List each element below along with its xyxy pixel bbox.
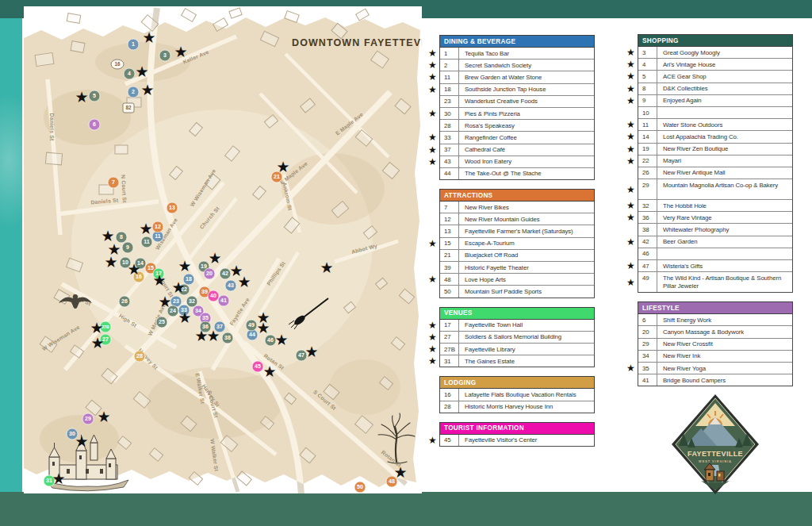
- legend-table-body: 6Shift Energy Work20Canyon Massage & Bod…: [638, 314, 793, 386]
- legend-row-number: 44: [440, 168, 459, 179]
- legend-row-name: New River Yoga: [657, 363, 792, 374]
- legend-row: ★14Lost Appalachia Trading Co.: [638, 130, 792, 142]
- svg-text:15: 15: [147, 265, 154, 271]
- star-icon: ★: [428, 83, 437, 94]
- legend-row-name: Canyon Massage & Bodywork: [657, 326, 792, 337]
- badge-subtitle: WEST VIRGINIA: [699, 460, 732, 463]
- legend-row: ★15Escape-A-Tourium: [440, 237, 594, 249]
- legend-row-name: Water Stone Outdoors: [657, 119, 792, 130]
- legend-row-number: 39: [440, 262, 459, 273]
- map-star-icon: ★: [171, 278, 185, 296]
- legend-row: 38Whitewater Photography: [638, 223, 792, 235]
- svg-text:2: 2: [132, 89, 135, 94]
- legend-column-left: DINING & BEVERAGE★1Tequila Taco Bar★2Sec…: [428, 35, 596, 455]
- legend-row: 7New River Bikes: [440, 202, 594, 213]
- legend-row: ★31The Gaines Estate: [440, 355, 594, 367]
- star-icon: ★: [626, 260, 635, 271]
- map-marker-32-shopping: 32: [186, 296, 197, 307]
- legend-row: ★29Mountain Magnolia Artisan Co-op & Bak…: [638, 179, 792, 199]
- legend-row: 44The Take-Out @ The Stache: [440, 167, 594, 179]
- legend-row-name: Pies & Pints Pizzeria: [459, 108, 594, 119]
- map-marker-28-lodging: 28: [134, 351, 145, 362]
- legend-row-name: Wisteria's Gifts: [657, 260, 792, 271]
- legend-row-name: Very Rare Vintage: [657, 212, 792, 223]
- legend-row-number: 43: [440, 156, 459, 167]
- route-shield-82: 82: [123, 103, 134, 113]
- legend-row-number: 31: [440, 355, 459, 367]
- legend-table-title: VENUES: [439, 307, 595, 320]
- svg-text:16: 16: [114, 61, 121, 67]
- legend-row-name: Whitewater Photography: [657, 224, 792, 235]
- legend-row-number: 14: [638, 131, 657, 142]
- star-icon: ★: [428, 355, 437, 367]
- map-marker-29-lifestyle: 29: [82, 413, 94, 424]
- map-marker-26-shopping: 26: [119, 296, 130, 307]
- legend-row-name: Wanderlust Creative Foods: [459, 96, 594, 107]
- legend-row-number: 34: [638, 351, 657, 362]
- svg-text:4: 4: [128, 71, 131, 76]
- star-icon: ★: [428, 60, 437, 71]
- map-title: DOWNTOWN FAYETTEVILLE: [292, 37, 422, 48]
- legend-table-body: ★3Great Googly Moogly★4Ari's Vintage Hou…: [638, 47, 793, 293]
- map-marker-2-dining: 2: [128, 86, 139, 98]
- star-icon: ★: [626, 119, 635, 130]
- legend-row: ★48Love Hope Arts: [440, 273, 594, 285]
- legend-row-number: 12: [440, 213, 459, 225]
- map-marker-6-lifestyle: 6: [89, 119, 100, 130]
- legend-table-body: 7New River Bikes12New River Mountain Gui…: [439, 202, 595, 298]
- legend-row-name: New River Mountain Guides: [459, 213, 594, 225]
- legend-row: ★45Fayetteville Visitor's Center: [440, 435, 594, 446]
- legend-table-venues: VENUES★17Fayetteville Town Hall★27Soldie…: [439, 307, 595, 368]
- legend-row-number: 7: [440, 202, 459, 213]
- legend-row: 23Wanderlust Creative Foods: [440, 95, 594, 107]
- star-icon: ★: [626, 276, 635, 287]
- building-outline: [67, 13, 80, 24]
- legend-row: ★8D&K Collectibles: [638, 83, 792, 94]
- svg-text:47: 47: [298, 352, 304, 358]
- svg-text:3: 3: [163, 52, 167, 58]
- svg-text:32: 32: [189, 298, 195, 304]
- svg-text:7: 7: [112, 179, 115, 185]
- legend-row: 28Historic Morris Harvey House Inn: [440, 401, 594, 413]
- map-star-icon: ★: [75, 88, 88, 106]
- legend-row: 46: [638, 248, 792, 259]
- legend-row-number: 6: [638, 314, 657, 325]
- legend-row: ★49The Wild Kind - Artisan Boutique & So…: [638, 271, 792, 292]
- legend-row-number: 18: [440, 84, 459, 95]
- star-icon: ★: [626, 236, 635, 247]
- legend-row-name: The Take-Out @ The Stache: [459, 168, 594, 179]
- map-marker-9-shopping: 9: [122, 242, 133, 253]
- map-star-icon: ★: [262, 363, 276, 380]
- legend-row-name: [657, 248, 792, 259]
- legend-row-number: 17: [440, 320, 459, 331]
- map-marker-3-shopping: 3: [159, 50, 170, 61]
- legend-row: ★11Water Stone Outdoors: [638, 118, 792, 130]
- svg-text:28: 28: [136, 353, 143, 359]
- frame-left-band: [0, 18, 22, 492]
- legend-table-title: TOURIST INFORMATION: [439, 422, 595, 435]
- legend-row-name: ACE Gear Shop: [657, 71, 792, 82]
- svg-text:11: 11: [155, 233, 161, 239]
- building-outline: [71, 41, 85, 53]
- legend-row-number: 35: [638, 363, 657, 374]
- map-star-icon: ★: [158, 293, 171, 310]
- map-star-icon: ★: [274, 331, 288, 348]
- svg-text:46: 46: [267, 337, 274, 343]
- svg-text:23: 23: [173, 298, 179, 304]
- fayetteville-badge: FAYETTEVILLE WEST VIRGINIA: [671, 394, 760, 495]
- legend-row-number: 22: [638, 155, 657, 167]
- frame-bottom-band: [0, 492, 812, 526]
- legend-row-name: Historic Fayette Theater: [459, 262, 594, 273]
- map-marker-20-lifestyle: 20: [204, 268, 215, 279]
- legend-row-name: New River Bikes: [459, 202, 594, 213]
- legend-row-number: 5: [638, 71, 657, 82]
- star-icon: ★: [626, 71, 635, 82]
- legend-row-number: 15: [440, 238, 459, 249]
- legend-row: ★17Fayetteville Town Hall: [440, 320, 594, 331]
- legend-row-name: Secret Sandwich Society: [459, 60, 594, 71]
- legend-row: ★36Very Rare Vintage: [638, 211, 792, 223]
- legend-row: 20Canyon Massage & Bodywork: [638, 325, 792, 337]
- svg-text:12: 12: [155, 224, 161, 229]
- svg-text:6: 6: [93, 121, 96, 127]
- map-marker-5-shopping: 5: [89, 90, 100, 102]
